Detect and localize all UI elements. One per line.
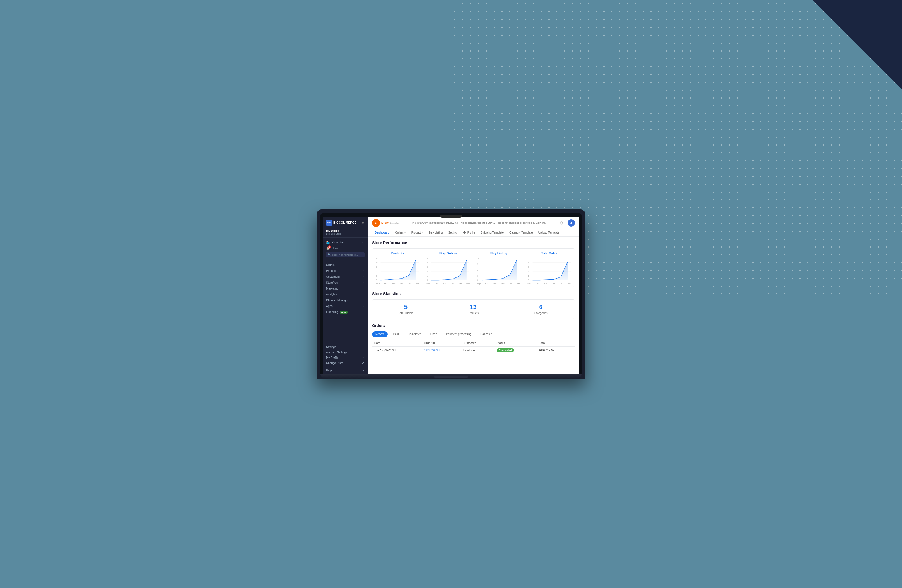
orders-section: Orders Recent Paid Completed Open Paymen… — [372, 324, 575, 354]
status-badge: Completed — [496, 348, 514, 352]
svg-text:0: 0 — [528, 279, 529, 281]
svg-text:6: 6 — [477, 269, 478, 271]
stats-grid: 5 Total Orders 13 Products 6 Categories — [372, 299, 575, 319]
tab-etsy-listing[interactable]: Etsy Listing — [426, 229, 445, 236]
total-orders-number: 5 — [376, 303, 436, 311]
svg-text:1: 1 — [427, 275, 428, 277]
store-subtitle: Big Box Store — [326, 232, 364, 235]
sidebar-item-customers[interactable]: Customers › — [323, 274, 368, 280]
sidebar-link-view-store[interactable]: 🏪 View Store ↗ — [323, 239, 368, 245]
order-tab-recent[interactable]: Recent — [372, 331, 388, 337]
svg-text:5: 5 — [528, 257, 529, 259]
user-avatar[interactable]: J — [567, 219, 575, 227]
order-tab-open[interactable]: Open — [427, 331, 440, 337]
chevron-up-icon: ∧ — [362, 369, 364, 372]
sidebar-link-home[interactable]: 🏠 1 Home — [323, 245, 368, 251]
tab-category-template[interactable]: Category Template — [506, 229, 536, 236]
tab-my-profile[interactable]: My Profile — [460, 229, 478, 236]
categories-label: Categories — [511, 312, 571, 315]
svg-text:9: 9 — [376, 266, 377, 268]
sidebar-item-account-settings[interactable]: Account Settings › — [323, 350, 368, 355]
svg-text:5: 5 — [427, 257, 428, 259]
col-order-id: Order ID — [421, 340, 460, 347]
sidebar-collapse-button[interactable]: « — [362, 220, 364, 225]
sidebar-item-financing[interactable]: Financing BETA — [323, 309, 368, 315]
chart-etsy-orders: Etsy Orders 5 4 3 2 1 0 — [423, 249, 474, 287]
main-content: e ETSY integration The term 'Etsy' is a … — [368, 217, 579, 374]
products-number: 13 — [443, 303, 504, 311]
chart-etsy-listing-area: 12 9 6 3 0 — [477, 256, 520, 281]
orders-table-header: Date Order ID Customer Status Total — [372, 340, 575, 347]
svg-text:9: 9 — [477, 263, 478, 265]
settings-icon-button[interactable]: ⚙ — [558, 219, 565, 227]
orders-title: Orders — [372, 324, 575, 328]
chart-products-area: 15 12 9 6 3 0 — [376, 256, 419, 281]
page-content: Store Performance Products 15 12 — [368, 236, 579, 374]
order-tab-canceled[interactable]: Canceled — [477, 331, 496, 337]
tab-product[interactable]: Product ▾ — [409, 229, 426, 236]
order-tab-paid[interactable]: Paid — [390, 331, 402, 337]
store-icon: 🏪 — [326, 241, 330, 244]
svg-text:15: 15 — [376, 257, 378, 259]
chart-products-labels: SeptOctNovDecJanFeb — [376, 283, 419, 285]
etsy-tagline: The term 'Etsy' is a trademark of Etsy, … — [403, 222, 554, 224]
search-placeholder: Search or navigate to... — [332, 253, 358, 256]
sidebar-item-products[interactable]: Products › — [323, 268, 368, 274]
svg-text:3: 3 — [376, 275, 377, 277]
sidebar-item-settings[interactable]: Settings — [323, 344, 368, 350]
external-link-icon: ↗ — [362, 241, 364, 244]
logo-icon: BC — [326, 219, 332, 226]
chevron-right-icon: › — [363, 293, 364, 296]
col-status: Status — [495, 340, 537, 347]
chevron-right-icon: › — [363, 287, 364, 290]
tab-setting[interactable]: Setting — [445, 229, 460, 236]
home-icon: 🏠 1 — [326, 246, 330, 250]
chevron-right-icon: › — [363, 351, 364, 353]
chart-total-sales-area: 5 4 3 2 1 0 — [528, 256, 572, 281]
sidebar-item-apps[interactable]: Apps › — [323, 303, 368, 309]
tab-orders[interactable]: Orders ▾ — [392, 229, 409, 236]
sidebar-item-marketing[interactable]: Marketing › — [323, 286, 368, 291]
svg-text:0: 0 — [376, 279, 377, 281]
sidebar-item-orders[interactable]: Orders › — [323, 262, 368, 268]
svg-text:1: 1 — [528, 275, 529, 277]
etsy-logo-icon: e — [372, 219, 380, 227]
etsy-logo: e ETSY integration — [372, 219, 399, 227]
chevron-right-icon: › — [363, 264, 364, 266]
top-bar-icons: ⚙ J — [558, 219, 575, 227]
svg-text:0: 0 — [477, 279, 478, 281]
home-label: Home — [332, 247, 339, 250]
tab-shipping-template[interactable]: Shipping Template — [478, 229, 506, 236]
order-id-link[interactable]: 4326746523 — [424, 349, 440, 352]
col-total: Total — [537, 340, 575, 347]
svg-text:2: 2 — [427, 271, 428, 272]
chevron-right-icon: › — [363, 270, 364, 272]
col-customer: Customer — [460, 340, 495, 347]
chart-etsy-listing-title: Etsy Listing — [477, 252, 520, 255]
store-statistics-title: Store Statistics — [372, 291, 575, 296]
stat-products: 13 Products — [440, 300, 507, 319]
chevron-right-icon: › — [363, 357, 364, 359]
sidebar-search[interactable]: 🔍 Search or navigate to... — [326, 252, 365, 257]
nav-tabs: Dashboard Orders ▾ Product ▾ Etsy Listin… — [368, 229, 579, 236]
table-row[interactable]: Tue Aug 29 2023 4326746523 John Doe Comp… — [372, 347, 575, 354]
sidebar-item-analytics[interactable]: Analytics › — [323, 291, 368, 297]
sidebar-logo-area: BC BIGCOMMERCE « — [323, 217, 368, 227]
svg-text:12: 12 — [376, 261, 378, 263]
top-bar: e ETSY integration The term 'Etsy' is a … — [368, 217, 579, 229]
sidebar-item-my-profile[interactable]: My Profile › — [323, 355, 368, 360]
etsy-logo-sub: integration — [390, 222, 400, 224]
order-tab-completed[interactable]: Completed — [404, 331, 425, 337]
sidebar-item-storefront[interactable]: Storefront › — [323, 280, 368, 286]
sidebar-help[interactable]: Help ∧ — [323, 367, 368, 374]
store-performance-title: Store Performance — [372, 241, 575, 245]
tab-upload-template[interactable]: Upload Template — [536, 229, 562, 236]
sidebar-item-channel-manager[interactable]: Channel Manager — [323, 297, 368, 303]
help-label: Help — [326, 369, 332, 372]
order-tab-payment-processing[interactable]: Payment processing — [443, 331, 475, 337]
tab-dashboard[interactable]: Dashboard — [372, 229, 392, 236]
products-label: Products — [443, 312, 504, 315]
view-store-label: View Store — [332, 241, 345, 244]
total-orders-label: Total Orders — [376, 312, 436, 315]
sidebar-item-change-store[interactable]: Change Store ↗ — [323, 360, 368, 366]
